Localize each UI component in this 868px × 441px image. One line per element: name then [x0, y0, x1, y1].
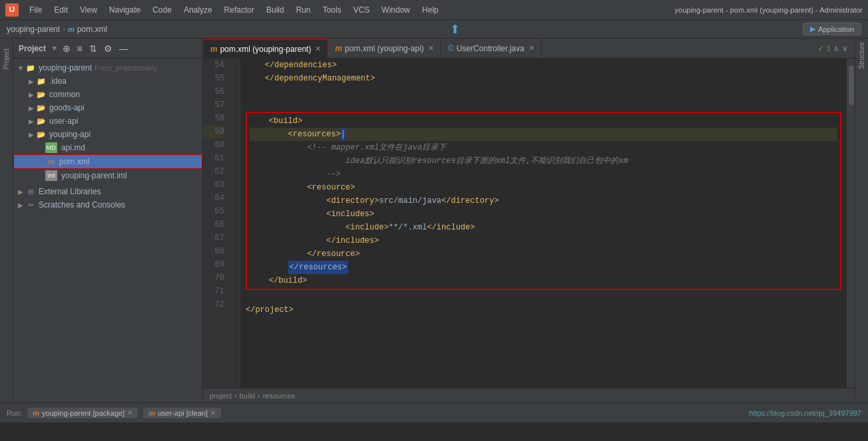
tree-common[interactable]: ▶ 📂 common — [13, 88, 202, 101]
breadcrumb-bar: youping-parent › m pom.xml ⬆ ▶ Applicati… — [0, 20, 868, 39]
project-strip-label: Project — [3, 49, 10, 69]
tree-pom-name: pom.xml — [59, 157, 89, 166]
idea-folder-icon: 📁 — [36, 76, 47, 86]
code-line-61: idea默认只能识别resources目录下面的xml文件,不能识别我们自己包中… — [250, 154, 837, 168]
breadcrumb-file[interactable]: pom.xml — [77, 25, 107, 34]
toolbar-expand-btn[interactable]: ⇅ — [87, 43, 99, 55]
menu-edit[interactable]: Edit — [49, 4, 73, 16]
gutter-line-58 — [230, 112, 240, 125]
code-line-58: <build> — [250, 114, 837, 128]
menu-bar: IJ File Edit View Navigate Code Analyze … — [0, 0, 868, 20]
menu-window[interactable]: Window — [376, 4, 415, 16]
line-numbers: 54 55 56 57 58 59 60 61 62 63 64 65 66 6… — [203, 59, 230, 388]
code-line-60: <!-- mapper.xml文件在java目录下 — [250, 141, 837, 154]
idea-arrow-icon: ▶ — [27, 78, 36, 85]
tab-uc-close[interactable]: ✕ — [529, 44, 535, 53]
tree-root[interactable]: ▼ 📁 youping-parent F:\xzy_project\code\y — [13, 61, 202, 74]
run-tab-parent-close[interactable]: ✕ — [127, 409, 132, 416]
project-sidebar-strip[interactable]: Project — [0, 39, 13, 402]
gutter-line-57 — [230, 98, 240, 112]
pom-file-icon: m — [46, 156, 57, 167]
project-toolbar: Project ▼ ⊕ ≡ ⇅ ⚙ — — [13, 39, 202, 59]
menu-run[interactable]: Run — [291, 4, 316, 16]
gutter-line-67 — [230, 231, 240, 245]
run-tab-user-close[interactable]: ✕ — [210, 409, 216, 416]
tab-pom-youping-api[interactable]: m pom.xml (youping-api) ✕ — [328, 39, 441, 59]
bottom-bc-build[interactable]: build — [240, 392, 255, 400]
menu-refactor[interactable]: Refactor — [219, 4, 260, 16]
tab-pom-api-close[interactable]: ✕ — [428, 44, 434, 53]
root-arrow-icon: ▼ — [16, 65, 25, 72]
code-line-69: </resources> — [250, 261, 837, 274]
code-line-56 — [246, 85, 841, 98]
tree-pom-xml[interactable]: m pom.xml — [13, 154, 202, 169]
tree-user-api[interactable]: ▶ 📂 user-api — [13, 114, 202, 128]
menu-code[interactable]: Code — [147, 4, 177, 16]
tree-youping-api[interactable]: ▶ 📂 youping-api — [13, 128, 202, 141]
gutter-line-63 — [230, 178, 240, 192]
ext-lib-icon: ⊞ — [25, 186, 36, 197]
menu-analyze[interactable]: Analyze — [178, 4, 218, 16]
tree-root-name: youping-parent — [39, 63, 92, 73]
gutter-line-54 — [230, 59, 240, 72]
menu-help[interactable]: Help — [417, 4, 444, 16]
breadcrumb-project[interactable]: youping-parent — [7, 25, 60, 34]
menu-navigate[interactable]: Navigate — [104, 4, 146, 16]
application-button[interactable]: ▶ Application — [803, 23, 861, 35]
menu-file[interactable]: File — [24, 4, 47, 16]
tab-pom-youping-parent[interactable]: m pom.xml (youping-parent) ✕ — [203, 39, 328, 59]
menu-build[interactable]: Build — [261, 4, 290, 16]
breadcrumb-sep1: › — [63, 25, 65, 34]
editor-toolbar: ✓ 1 ∧ ∨ — [813, 44, 852, 53]
code-area[interactable]: </dependencies> </dependencyManagement> — [240, 59, 847, 388]
code-line-64: <directory>src/main/java</directory> — [250, 194, 837, 208]
tree-iml[interactable]: iml youping-parent.iml — [13, 169, 202, 182]
tree-idea[interactable]: ▶ 📁 .idea — [13, 74, 202, 88]
app-button-label: Application — [818, 25, 854, 33]
run-tab-user-api[interactable]: m user-api [clean] ✕ — [143, 408, 221, 418]
editor-down-icon[interactable]: ∨ — [842, 44, 848, 53]
youping-arrow-icon: ▶ — [27, 131, 36, 138]
code-line-55: </dependencyManagement> — [246, 72, 841, 85]
editor-up-icon[interactable]: ∧ — [833, 44, 839, 53]
code-line-67: </includes> — [250, 234, 837, 247]
gutter-line-69 — [230, 258, 240, 271]
run-tab-user-label: user-api [clean] — [158, 409, 208, 417]
root-folder-icon: 📁 — [25, 63, 36, 73]
gutter-line-70 — [230, 271, 240, 285]
toolbar-settings-btn[interactable]: ⚙ — [102, 43, 114, 55]
menu-view[interactable]: View — [75, 4, 103, 16]
tree-external-libs[interactable]: ▶ ⊞ External Libraries — [13, 185, 202, 198]
app-button-arrow-icon: ▶ — [810, 25, 815, 33]
gutter-line-59 — [230, 125, 240, 138]
main-layout: Project Project ▼ ⊕ ≡ ⇅ ⚙ — ▼ 📁 youping-… — [0, 39, 868, 402]
tree-root-path: F:\xzy_project\code\y — [95, 65, 157, 72]
tab-usercontroller[interactable]: © UserController.java ✕ — [441, 39, 542, 59]
tab-bar: m pom.xml (youping-parent) ✕ m pom.xml (… — [203, 39, 855, 59]
structure-sidebar[interactable]: Structure — [855, 39, 868, 402]
youping-folder-icon: 📂 — [36, 129, 47, 140]
editor-scrollbar[interactable] — [847, 59, 855, 388]
editor-area: m pom.xml (youping-parent) ✕ m pom.xml (… — [203, 39, 855, 402]
bottom-bc-project[interactable]: project — [210, 392, 232, 400]
toolbar-close-btn[interactable]: — — [117, 43, 130, 55]
project-panel: Project ▼ ⊕ ≡ ⇅ ⚙ — ▼ 📁 youping-parent F… — [13, 39, 203, 402]
bottom-bc-resources[interactable]: resources — [263, 392, 295, 400]
toolbar-sync-btn[interactable]: ⊕ — [61, 43, 73, 55]
tree-scratches[interactable]: ▶ ✏ Scratches and Consoles — [13, 198, 202, 212]
gutter-line-65 — [230, 205, 240, 218]
window-title: youping-parent - pom.xml (youping-parent… — [675, 6, 863, 14]
menu-vcs[interactable]: VCS — [348, 4, 375, 16]
scrollbar-thumb[interactable] — [849, 65, 854, 105]
tab-pom-api-icon: m — [335, 44, 342, 53]
tree-api-md[interactable]: MD api.md — [13, 141, 202, 154]
tab-pom-api-label: pom.xml (youping-api) — [345, 44, 424, 53]
toolbar-collapse-btn[interactable]: ≡ — [75, 43, 85, 55]
run-tab-youping-parent[interactable]: m youping-parent [package] ✕ — [27, 408, 138, 418]
menu-tools[interactable]: Tools — [318, 4, 347, 16]
tab-pom-parent-close[interactable]: ✕ — [315, 45, 321, 53]
bottom-bc-sep1: › — [234, 392, 237, 400]
code-line-57 — [246, 98, 841, 112]
tree-goods-api[interactable]: ▶ 📂 goods-api — [13, 101, 202, 114]
tree-common-name: common — [49, 90, 80, 99]
